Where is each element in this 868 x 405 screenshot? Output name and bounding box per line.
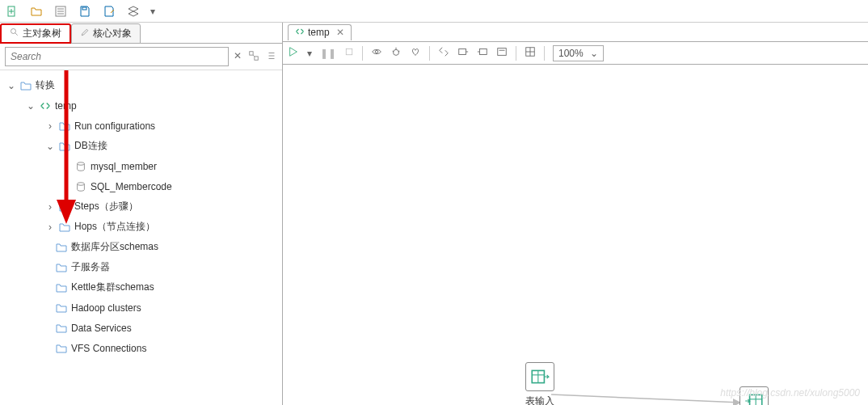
layers-icon[interactable]: [126, 4, 141, 19]
tree-vfs-label: VFS Connections: [71, 343, 146, 354]
folder-icon: [55, 342, 68, 355]
tree-temp-label: temp: [55, 100, 77, 112]
tree-temp[interactable]: ⌄ temp: [3, 95, 279, 116]
tree-db-sql[interactable]: SQL_Membercode: [3, 176, 279, 196]
expand-icon[interactable]: [248, 50, 259, 64]
tree-vfs[interactable]: VFS Connections: [3, 338, 279, 358]
pause-icon[interactable]: ❚❚: [320, 48, 336, 59]
tree-hops[interactable]: › Hops（节点连接）: [3, 217, 279, 237]
tree-subserver-label: 子服务器: [71, 260, 110, 274]
clear-icon[interactable]: ✕: [234, 50, 242, 64]
folder-icon: [58, 120, 71, 133]
main-area: 主对象树 核心对象 ✕ ⌄ 转换 ⌄: [0, 23, 868, 405]
editor-toolbar: ▾ ❚❚ 100% ⌄: [283, 42, 868, 65]
tree-schemas-label: 数据库分区schemas: [71, 240, 158, 254]
svg-rect-21: [346, 49, 352, 55]
tree-kettle[interactable]: Kettle集群schemas: [3, 277, 279, 297]
tree-root-label: 转换: [36, 78, 55, 92]
svg-point-18: [78, 162, 85, 165]
svg-rect-27: [459, 49, 466, 55]
tree-run-config[interactable]: › Run configurations: [3, 116, 279, 136]
node-label: 表输入: [525, 394, 554, 405]
tree-hadoop[interactable]: Hadoop clusters: [3, 297, 279, 318]
svg-point-8: [11, 29, 16, 34]
chevron-down-icon: ⌄: [590, 48, 598, 59]
svg-rect-7: [82, 7, 86, 10]
tree-db-mysql-label: mysql_member: [91, 161, 157, 172]
tree-run-config-label: Run configurations: [74, 120, 155, 132]
grid-icon[interactable]: [525, 46, 536, 60]
folder-icon: [55, 261, 68, 274]
tab-main-tree[interactable]: 主对象树: [0, 23, 71, 44]
pencil-icon: [80, 27, 90, 40]
separator: [429, 46, 430, 61]
canvas[interactable]: 表输入 https://blog.csdn.net/xulong5000: [283, 65, 868, 405]
collapse-icon[interactable]: [266, 50, 277, 64]
tree-data-services[interactable]: Data Services: [3, 318, 279, 338]
chevron-down-icon: ⌄: [6, 81, 16, 91]
folder-icon: [58, 140, 71, 153]
stop-icon[interactable]: [344, 47, 354, 59]
tree-db-mysql[interactable]: mysql_member: [3, 156, 279, 176]
db-in-icon[interactable]: [457, 46, 469, 60]
tree: ⌄ 转换 ⌄ temp › Run configurations ⌄ DB连接: [0, 70, 282, 405]
tree-subserver[interactable]: 子服务器: [3, 257, 279, 277]
search-input[interactable]: [5, 47, 229, 66]
svg-line-9: [15, 33, 18, 36]
editor-tab-label: temp: [308, 27, 330, 38]
svg-marker-20: [290, 48, 297, 57]
tree-db-conn[interactable]: ⌄ DB连接: [3, 136, 279, 156]
separator: [362, 46, 363, 61]
svg-point-19: [78, 182, 85, 185]
close-icon[interactable]: ✕: [336, 27, 344, 38]
tree-steps[interactable]: › Steps（步骤）: [3, 196, 279, 217]
zoom-select[interactable]: 100% ⌄: [553, 45, 604, 61]
separator: [544, 46, 545, 61]
tree-root[interactable]: ⌄ 转换: [3, 75, 279, 95]
chevron-down-icon: ⌄: [45, 141, 55, 151]
folder-icon: [55, 302, 68, 314]
node-table-input[interactable]: 表输入: [525, 362, 554, 405]
new-file-icon[interactable]: [5, 4, 19, 19]
save-icon[interactable]: [78, 4, 92, 19]
svg-rect-10: [250, 51, 253, 54]
svg-line-12: [253, 55, 255, 57]
play-icon[interactable]: [288, 46, 299, 60]
search-row: ✕: [0, 44, 282, 70]
list-icon[interactable]: [53, 4, 68, 19]
table-input-icon: [525, 362, 554, 391]
svg-rect-11: [255, 56, 258, 59]
top-toolbar: ▾: [0, 0, 868, 23]
db-out-icon[interactable]: [477, 46, 488, 60]
svg-rect-28: [480, 49, 487, 55]
heart-icon[interactable]: [410, 46, 421, 60]
collapse-icon[interactable]: [438, 46, 449, 60]
tree-hops-label: Hops（节点连接）: [74, 220, 155, 234]
tab-core[interactable]: 核心对象: [71, 23, 141, 44]
tab-main-tree-label: 主对象树: [23, 27, 61, 40]
svg-point-23: [394, 49, 399, 55]
bug-icon[interactable]: [390, 46, 402, 60]
tree-db-conn-label: DB连接: [74, 139, 107, 153]
chevron-down-icon[interactable]: ▾: [150, 6, 155, 17]
save-as-icon[interactable]: [102, 4, 116, 19]
left-tabs: 主对象树 核心对象: [0, 23, 282, 44]
tree-db-sql-label: SQL_Membercode: [91, 181, 172, 192]
tree-schemas[interactable]: 数据库分区schemas: [3, 237, 279, 257]
folder-icon: [58, 221, 71, 234]
zoom-value: 100%: [558, 48, 584, 59]
sql-icon[interactable]: [496, 46, 508, 60]
svg-rect-29: [498, 49, 507, 56]
open-file-icon[interactable]: [29, 4, 44, 19]
database-icon: [74, 180, 87, 193]
tree-kettle-label: Kettle集群schemas: [71, 281, 154, 294]
database-icon: [74, 160, 87, 173]
separator: [516, 46, 516, 61]
transform-icon: [39, 99, 52, 112]
chevron-right-icon: ›: [45, 121, 55, 131]
chevron-down-icon[interactable]: ▾: [307, 48, 312, 59]
editor-tab-temp[interactable]: temp ✕: [288, 24, 352, 40]
folder-icon: [55, 281, 68, 294]
eye-icon[interactable]: [371, 46, 382, 60]
chevron-down-icon: ⌄: [26, 101, 36, 111]
